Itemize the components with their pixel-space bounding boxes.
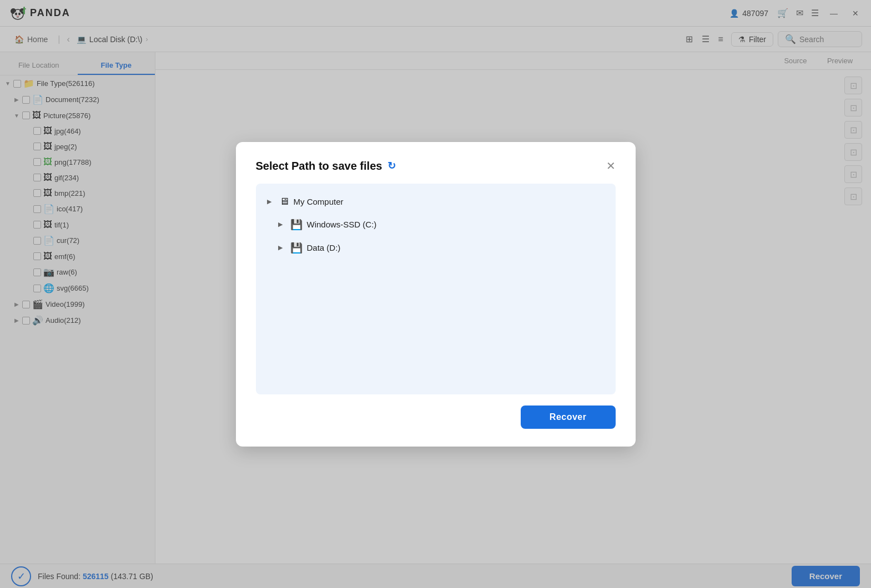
modal-overlay[interactable]: Select Path to save files ↻ ✕ ▶ 🖥 My Com… [0,0,871,588]
modal-close-button[interactable]: ✕ [606,160,616,171]
modal-label-data-d: Data (D:) [307,243,341,252]
modal-label-my-computer: My Computer [294,197,344,206]
modal-footer: Recover [256,405,616,429]
modal-icon-data-d: 💾 [290,242,303,254]
modal-header: Select Path to save files ↻ ✕ [256,160,616,173]
modal-refresh-icon[interactable]: ↻ [387,160,396,172]
modal-dialog: Select Path to save files ↻ ✕ ▶ 🖥 My Com… [236,142,636,447]
modal-title-text: Select Path to save files [256,160,382,173]
modal-icon-windows-ssd: 💾 [290,219,303,231]
modal-arrow-data-d: ▶ [278,244,286,251]
modal-arrow-windows-ssd: ▶ [278,221,286,228]
modal-arrow-my-computer: ▶ [267,198,275,205]
modal-tree-my-computer[interactable]: ▶ 🖥 My Computer [256,190,616,213]
modal-title-container: Select Path to save files ↻ [256,160,396,173]
modal-recover-button[interactable]: Recover [521,405,616,429]
modal-tree-data-d[interactable]: ▶ 💾 Data (D:) [256,236,616,260]
modal-tree-windows-ssd[interactable]: ▶ 💾 Windows-SSD (C:) [256,213,616,236]
modal-tree: ▶ 🖥 My Computer ▶ 💾 Windows-SSD (C:) ▶ 💾… [256,184,616,394]
modal-icon-my-computer: 🖥 [279,196,289,207]
modal-label-windows-ssd: Windows-SSD (C:) [307,220,377,229]
